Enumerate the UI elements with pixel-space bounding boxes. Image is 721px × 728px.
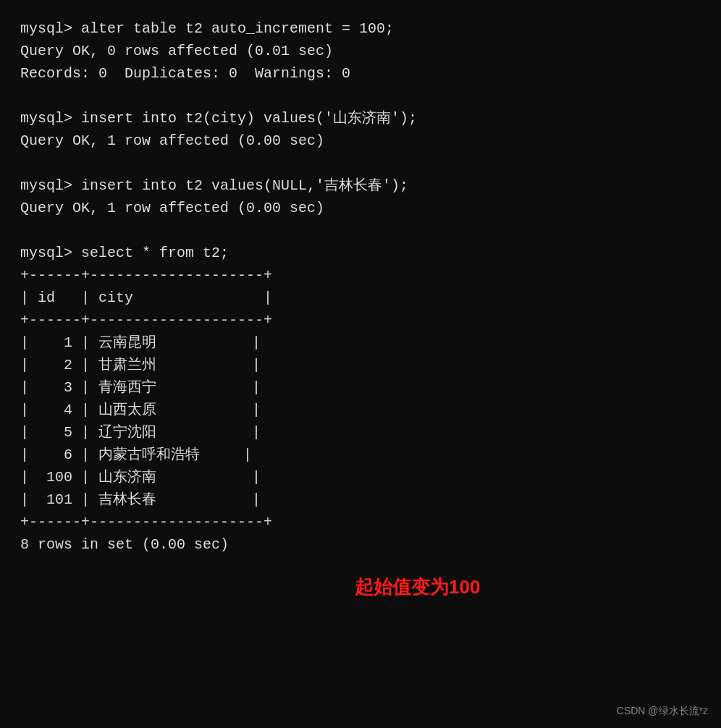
terminal-line: | 6 | 内蒙古呼和浩特 | [20, 444, 701, 466]
terminal-line: mysql> alter table t2 auto_increment = 1… [20, 17, 701, 40]
terminal-line: | 5 | 辽宁沈阳 | [20, 421, 701, 444]
terminal-line: | 2 | 甘肃兰州 | [20, 354, 701, 376]
terminal-output: mysql> alter table t2 auto_increment = 1… [20, 17, 701, 556]
terminal-line: | 3 | 青海西宁 | [20, 376, 701, 399]
terminal-line: +------+--------------------+ [20, 511, 701, 533]
terminal-line: +------+--------------------+ [20, 264, 701, 287]
terminal-line: | id | city | [20, 287, 701, 309]
terminal-line: Query OK, 0 rows affected (0.01 sec) [20, 40, 701, 62]
annotation-label: 起始值变为100 [355, 572, 480, 601]
terminal-line [20, 219, 701, 242]
terminal-line [20, 152, 701, 174]
terminal-line: | 100 | 山东济南 | [20, 466, 701, 488]
watermark-label: CSDN @绿水长流*z [617, 703, 708, 719]
terminal-line: mysql> insert into t2 values(NULL,'吉林长春'… [20, 174, 701, 197]
terminal-line: +------+--------------------+ [20, 309, 701, 331]
terminal-line: mysql> insert into t2(city) values('山东济南… [20, 107, 701, 130]
terminal-window: mysql> alter table t2 auto_increment = 1… [0, 0, 721, 728]
terminal-line: Query OK, 1 row affected (0.00 sec) [20, 197, 701, 219]
terminal-line: mysql> select * from t2; [20, 242, 701, 264]
terminal-line: Query OK, 1 row affected (0.00 sec) [20, 130, 701, 152]
terminal-line [20, 85, 701, 107]
terminal-line: | 1 | 云南昆明 | [20, 331, 701, 354]
terminal-line: Records: 0 Duplicates: 0 Warnings: 0 [20, 62, 701, 85]
terminal-line: 8 rows in set (0.00 sec) [20, 533, 701, 556]
terminal-line: | 101 | 吉林长春 | [20, 488, 701, 511]
terminal-line: | 4 | 山西太原 | [20, 399, 701, 421]
